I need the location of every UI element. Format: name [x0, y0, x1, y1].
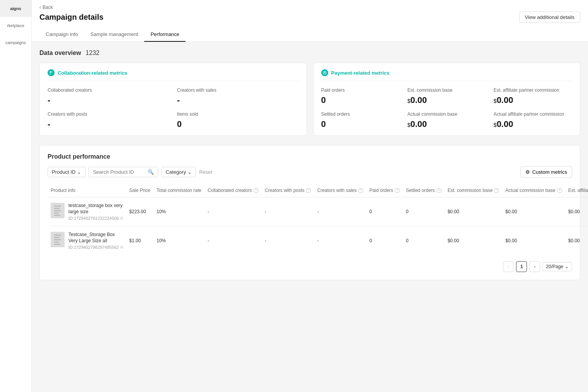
view-additional-details-button[interactable]: View additional details — [519, 12, 580, 23]
search-icon: 🔍 — [148, 169, 154, 175]
back-link[interactable]: ‹ Back — [39, 5, 580, 10]
tab-campaign-info[interactable]: Campaign info — [39, 27, 84, 42]
custom-metrics-button[interactable]: ⚙ Custom metrics — [520, 166, 572, 178]
settled-orders-metric: Settled orders 0 — [321, 111, 400, 129]
filters-row: Product ID ⌄ 🔍 Category ⌄ Reset ⚙ Custom… — [48, 166, 572, 178]
page-1-button[interactable]: 1 — [516, 261, 527, 272]
collaborated-creators-cell: - — [205, 226, 262, 255]
creators-with-posts-cell: - — [262, 226, 314, 255]
chevron-down-icon: ⌄ — [565, 264, 569, 269]
paid-orders-metric: Paid orders 0 — [321, 87, 400, 105]
pagination: ‹ 1 › 20/Page ⌄ — [48, 261, 572, 272]
copy-id-icon[interactable]: ⧉ — [120, 245, 123, 250]
sidebar-item-all-campaigns[interactable]: campaigns — [0, 34, 31, 51]
tabs: Campaign info Sample management Performa… — [39, 27, 580, 41]
search-input[interactable] — [93, 169, 145, 175]
table-row: Testcase_Storage Box Very Large Size all… — [48, 226, 588, 255]
payment-icon — [321, 69, 328, 76]
metrics-grid: Collaboration-related metrics Collaborat… — [39, 63, 580, 136]
payment-metrics-card: Payment-related metrics Paid orders 0 Es… — [313, 63, 581, 136]
content-area: Data overview 1232 Collaboration-related… — [32, 42, 588, 288]
est-commission-base-metric: Est. commission base $0.00 — [407, 87, 486, 105]
collaboration-icon — [48, 69, 55, 76]
settings-icon: ⚙ — [525, 169, 530, 175]
actual-commission-base-metric: Actual commission base $0.00 — [407, 111, 486, 129]
paid-orders-cell: 0 — [366, 226, 403, 255]
col-commission-rate: Total commission rate — [153, 184, 205, 197]
prev-page-button[interactable]: ‹ — [503, 261, 514, 272]
chevron-down-icon: ⌄ — [77, 169, 81, 175]
next-page-button[interactable]: › — [529, 261, 540, 272]
col-collaborated-creators: Collaborated creators ? — [205, 184, 262, 197]
copy-id-icon[interactable]: ⧉ — [120, 216, 123, 221]
collaboration-metrics-header: Collaboration-related metrics — [48, 69, 299, 81]
page-header: ‹ Back Campaign details View additional … — [32, 0, 588, 42]
creators-with-posts-metric: Creators with posts - — [48, 111, 169, 129]
info-icon[interactable]: ? — [494, 188, 499, 193]
product-id-filter[interactable]: Product ID ⌄ — [48, 167, 85, 177]
per-page-select[interactable]: 20/Page ⌄ — [542, 262, 572, 271]
collaborated-creators-cell: - — [205, 197, 262, 226]
info-icon[interactable]: ? — [358, 188, 363, 193]
commission-rate-cell: 10% — [153, 197, 205, 226]
product-performance-title: Product performance — [48, 153, 572, 160]
info-icon[interactable]: ? — [436, 188, 441, 193]
sale-price-cell: $223.00 — [126, 197, 153, 226]
creators-with-sales-cell: - — [314, 197, 366, 226]
sale-price-cell: $1.00 — [126, 226, 153, 255]
payment-metrics-header: Payment-related metrics — [321, 69, 573, 81]
info-icon[interactable]: ? — [395, 188, 400, 193]
sidebar-item-campaigns[interactable]: aigns — [0, 0, 31, 17]
collaboration-metrics-items: Collaborated creators - Creators with sa… — [48, 87, 299, 129]
col-creators-with-posts: Creators with posts ? — [262, 184, 314, 197]
col-product-info: Product info — [48, 184, 126, 197]
sidebar: aigns rketplace campaigns — [0, 0, 32, 392]
col-settled-orders: Settled orders ? — [403, 184, 445, 197]
tab-sample-management[interactable]: Sample management — [84, 27, 145, 42]
est-affiliate-cell: $0.00 — [565, 226, 588, 255]
paid-orders-cell: 0 — [366, 197, 403, 226]
category-filter[interactable]: Category ⌄ — [161, 167, 196, 177]
tab-performance[interactable]: Performance — [144, 27, 185, 42]
col-paid-orders: Paid orders ? — [366, 184, 403, 197]
est-commission-cell: $0.00 — [445, 197, 503, 226]
col-sale-price: Sale Price — [126, 184, 153, 197]
search-product-id-box[interactable]: 🔍 — [89, 167, 158, 177]
col-est-commission-base: Est. commission base ? — [445, 184, 503, 197]
actual-affiliate-partner-commission-metric: Actual affiliate partner commission $0.0… — [494, 111, 572, 129]
info-icon[interactable]: ? — [557, 188, 562, 193]
collaboration-metrics-title: Collaboration-related metrics — [58, 70, 128, 76]
actual-commission-cell: $0.00 — [502, 197, 565, 226]
payment-metrics-items: Paid orders 0 Est. commission base $0.00… — [321, 87, 573, 129]
est-affiliate-cell: $0.00 — [565, 197, 588, 226]
col-actual-commission-base: Actual commission base ? — [502, 184, 565, 197]
collaborated-creators-metric: Collaborated creators - — [48, 87, 169, 105]
product-thumbnail — [51, 203, 65, 218]
page-title: Campaign details — [39, 13, 104, 22]
svg-point-0 — [49, 71, 51, 73]
sidebar-item-marketplace[interactable]: rketplace — [0, 17, 31, 34]
info-icon[interactable]: ? — [254, 188, 259, 193]
svg-point-1 — [51, 72, 53, 73]
actual-commission-cell: $0.00 — [502, 226, 565, 255]
collaboration-metrics-card: Collaboration-related metrics Collaborat… — [39, 63, 307, 136]
est-commission-cell: $0.00 — [445, 226, 503, 255]
data-overview-count: 1232 — [86, 50, 100, 56]
col-creators-with-sales: Creators with sales ? — [314, 184, 366, 197]
main-content: ‹ Back Campaign details View additional … — [32, 0, 588, 392]
creators-with-posts-cell: - — [262, 197, 314, 226]
commission-rate-cell: 10% — [153, 226, 205, 255]
items-sold-metric: Items sold 0 — [177, 111, 299, 129]
col-est-affiliate: Est. affiliate partner commission ? — [565, 184, 588, 197]
product-performance-section: Product performance Product ID ⌄ 🔍 Categ… — [39, 145, 580, 280]
creators-with-sales-metric: Creators with sales - — [177, 87, 299, 105]
product-thumbnail — [51, 232, 65, 247]
header-row: Campaign details View additional details — [39, 12, 580, 23]
back-arrow-icon: ‹ — [39, 5, 41, 10]
info-icon[interactable]: ? — [306, 188, 311, 193]
product-info-cell: testcase_storage box very large size ID:… — [48, 197, 126, 226]
reset-button[interactable]: Reset — [199, 169, 212, 175]
settled-orders-cell: 0 — [403, 226, 445, 255]
est-affiliate-partner-commission-metric: Est. affiliate partner commission $0.00 — [494, 87, 572, 105]
chevron-down-icon: ⌄ — [187, 169, 192, 175]
